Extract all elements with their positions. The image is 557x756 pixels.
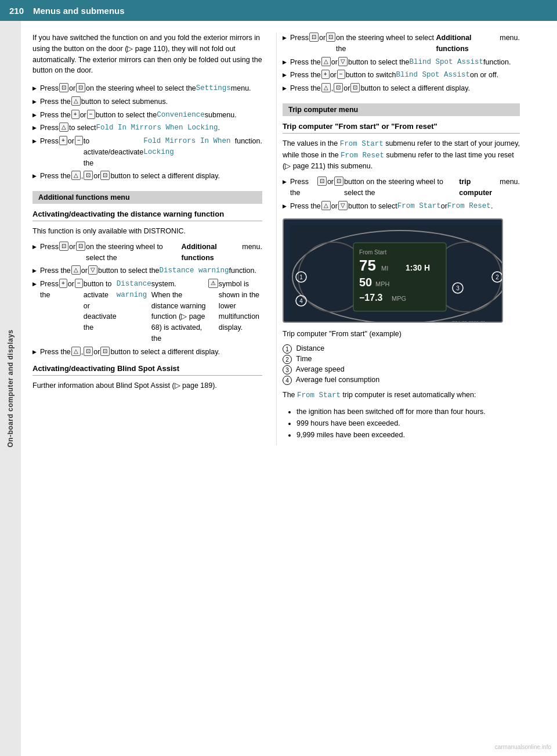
subsection-distance-title: Activating/deactivating the distance war… (32, 210, 262, 218)
btn-up8-icon: △ (321, 201, 331, 210)
svg-text:MPH: MPH (375, 280, 390, 287)
additional-functions2-bold: Additional functions (436, 33, 500, 55)
list-item: Press the △ or ▽ button to select the Bl… (283, 57, 520, 68)
circle-4: 4 (283, 376, 292, 385)
section-header-trip: Trip computer menu (283, 103, 520, 116)
blind-spot-body: Further information about Blind Spot Ass… (32, 380, 262, 391)
btn-minus-icon: − (87, 110, 95, 119)
caption-item-3: 3 Average speed (283, 365, 520, 375)
svg-text:4: 4 (299, 298, 303, 304)
svg-text:1: 1 (299, 274, 303, 280)
right-column: Press ⊡ or ⊡ on the steering wheel to se… (276, 33, 520, 445)
btn-l3-icon: ⊡ (309, 33, 319, 42)
list-item: Press the + or − button to switch Blind … (283, 70, 520, 81)
header-bar: 210 Menus and submenus (0, 0, 557, 21)
trip-computer-bold: trip computer (459, 177, 500, 199)
btn-plus3-icon: + (59, 279, 67, 288)
btn-minus3-icon: − (75, 279, 83, 288)
svg-text:75: 75 (359, 257, 376, 274)
fold-mirrors-locking-text: Fold Mirrors In When Locking (143, 136, 234, 158)
from-start2-text: From Start (397, 201, 441, 212)
svg-text:MI: MI (381, 265, 388, 272)
settings-menu: Settings (196, 83, 231, 94)
btn-plus2-icon: + (59, 136, 67, 145)
btn-plus4-icon: + (321, 70, 330, 79)
svg-text:3: 3 (456, 285, 460, 291)
trip-computer-image: From Start 75 MI 1:30 H 50 MPH −17.3 MPG… (283, 218, 503, 323)
bullet-list-1: Press ⊡ or ⊡ on the steering wheel to se… (32, 83, 262, 182)
distance-body: This function is only available with DIS… (32, 226, 262, 237)
distance-warning-text: Distance warning (160, 265, 229, 276)
svg-text:2: 2 (495, 274, 499, 280)
btn-down3-icon: ▽ (338, 201, 348, 210)
circle-1: 1 (283, 344, 292, 354)
btn-down-icon: ▽ (88, 265, 97, 275)
btn-l4-icon: ⊡ (334, 83, 343, 92)
reset-condition-3: 9,999 miles have been exceeded. (296, 429, 520, 441)
list-item: Press the △ button to select submenus. (32, 96, 262, 107)
page-number: 210 (9, 6, 24, 16)
from-reset2-text: From Reset (447, 201, 491, 212)
blind-spot-assist-text: Blind Spot Assist (410, 57, 484, 68)
list-item: Press ⊡ or ⊡ on the steering wheel to se… (283, 33, 520, 55)
additional-functions-bold: Additional functions (182, 242, 243, 264)
btn-down2-icon: ▽ (338, 57, 348, 66)
btn-up3-icon: △ (71, 171, 81, 180)
bullet-list-2: Press ⊡ or ⊡ on the steering wheel to se… (32, 242, 262, 358)
btn-up5-icon: △ (71, 347, 81, 356)
btn-l5-icon: ⊡ (317, 177, 327, 186)
divider2 (32, 375, 262, 376)
svg-text:P54-32-7389-31: P54-32-7389-31 (452, 320, 486, 323)
btn-l2-icon: ⊡ (84, 347, 93, 356)
reset-condition-1: the ignition has been switched off for m… (296, 406, 520, 417)
main-content: If you have switched the function on and… (21, 21, 557, 457)
btn-up-icon: △ (71, 96, 81, 106)
svg-text:1:30 H: 1:30 H (406, 263, 430, 272)
caption-list: 1 Distance 2 Time 3 Average speed 4 Aver… (283, 344, 520, 385)
list-item: Press the △ or ▽ button to select From S… (283, 201, 520, 212)
caption-item-1: 1 Distance (283, 344, 520, 354)
btn-minus4-icon: − (337, 70, 345, 79)
caption-item-2: 2 Time (283, 355, 520, 364)
bullet-list-right-2: Press the ⊡ or ⊡ button on the steering … (283, 177, 520, 211)
btn-up7-icon: △ (321, 83, 331, 92)
list-item: Press the ⊡ or ⊡ button on the steering … (283, 177, 520, 199)
divider3 (283, 133, 520, 134)
list-item: Press the + or − button to select the Co… (32, 110, 262, 121)
sidebar-label-text: On-board computer and displays (6, 329, 15, 447)
intro-text: If you have switched the function on and… (32, 33, 262, 76)
svg-text:MPG: MPG (392, 295, 406, 302)
left-column: If you have switched the function on and… (32, 33, 276, 445)
btn-r2-icon: ⊡ (100, 347, 110, 356)
sidebar-label: On-board computer and displays (0, 21, 21, 756)
blind-spot-assist2-text: Blind Spot Assist (396, 70, 470, 81)
btn-l-icon: ⊡ (59, 242, 68, 251)
trip-display-svg: From Start 75 MI 1:30 H 50 MPH −17.3 MPG… (290, 225, 503, 323)
svg-text:−17.3: −17.3 (359, 293, 383, 303)
circle-2: 2 (283, 355, 292, 364)
btn-r3-icon: ⊡ (326, 33, 335, 42)
btn-plus-icon: + (71, 110, 79, 119)
btn-r5-icon: ⊡ (334, 177, 343, 186)
btn-r4-icon: ⊡ (350, 83, 360, 92)
list-item: Press △ to select Fold In Mirrors When L… (32, 123, 262, 134)
warning-symbol: ⚠ (208, 279, 218, 288)
reset-body: The From Start trip computer is reset au… (283, 390, 520, 401)
list-item: Press the △ or ▽ button to select the Di… (32, 265, 262, 276)
convenience-text: Convenience (157, 110, 205, 121)
btn-r-icon: ⊡ (76, 242, 85, 251)
list-item: Press ⊡ or ⊡ on the steering wheel to se… (32, 242, 262, 264)
from-start-text: From Start (340, 140, 384, 148)
from-start3-text: From Start (297, 391, 341, 399)
reset-condition-2: 999 hours have been exceeded. (296, 417, 520, 429)
btn-right2-icon: ⊡ (100, 171, 110, 180)
fold-mirrors-text: Fold In Mirrors When Locking (96, 123, 218, 134)
list-item: Press the △, ⊡ or ⊡ button to select a d… (32, 171, 262, 182)
list-item: Press the △, ⊡ or ⊡ button to select a d… (32, 347, 262, 358)
circle-3: 3 (283, 365, 292, 375)
btn-up4-icon: △ (71, 265, 81, 275)
btn-up6-icon: △ (321, 57, 331, 66)
subsection-blind-spot-title: Activating/deactivating Blind Spot Assis… (32, 364, 262, 373)
divider (32, 221, 262, 221)
reset-conditions-list: the ignition has been switched off for m… (283, 406, 520, 441)
